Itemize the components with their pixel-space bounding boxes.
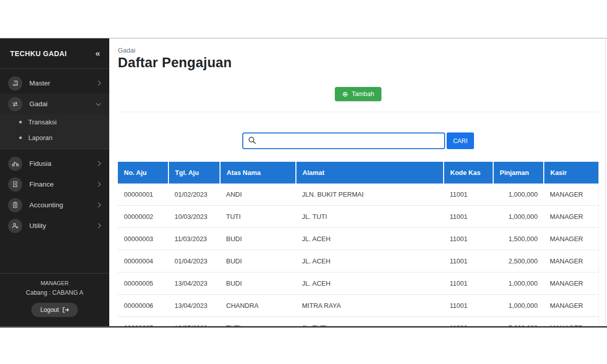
cell-atas-nama: BUDI xyxy=(220,272,296,295)
bullet-icon xyxy=(19,121,22,123)
page-title: Daftar Pengajuan xyxy=(118,55,598,71)
plus-circle-icon: ⊕ xyxy=(342,90,348,98)
bullet-icon xyxy=(19,136,22,139)
cell-alamat: JL. ACEH xyxy=(296,250,444,272)
column-header[interactable]: Alamat xyxy=(296,162,444,184)
sidebar: TECHKU GADAI « Master xyxy=(0,38,109,326)
cell-no-aju: 00000007 xyxy=(118,317,168,327)
search-icon xyxy=(248,136,256,147)
logout-icon xyxy=(62,307,69,313)
cell-kasir: MANAGER xyxy=(544,228,598,250)
cell-atas-nama: TUTI xyxy=(220,206,296,228)
column-header[interactable]: Kasir xyxy=(544,162,598,184)
sidebar-footer: MANAGER Cabang : CABANG A Logout xyxy=(0,273,109,326)
cell-pinjaman: 7,000,000 xyxy=(493,317,544,327)
sidebar-menu: Master Gadai T xyxy=(0,69,109,236)
chevron-right-icon xyxy=(96,223,101,229)
chevron-right-icon xyxy=(96,81,101,86)
cell-pinjaman: 1,000,000 xyxy=(493,272,544,295)
tambah-button[interactable]: ⊕ Tambah xyxy=(335,87,381,101)
logout-button[interactable]: Logout xyxy=(31,303,78,317)
search-box xyxy=(242,132,445,149)
app-title: TECHKU GADAI xyxy=(10,50,67,58)
cell-no-aju: 00000001 xyxy=(118,184,168,206)
cell-tgl-aju: 11/03/2023 xyxy=(168,228,220,250)
cell-kode-kas: 11001 xyxy=(444,272,493,295)
app-window: TECHKU GADAI « Master xyxy=(0,38,607,328)
sidebar-item-label: Utility xyxy=(29,222,97,230)
sidebar-item-label: Fidusia xyxy=(29,160,97,167)
cell-alamat: JL. TUTI xyxy=(296,206,444,228)
sidebar-header: TECHKU GADAI « xyxy=(0,38,109,69)
cell-kode-kas: 11001 xyxy=(444,228,493,250)
pengajuan-table: No. Aju Tgl. Aju Atas Nama Alamat Kode K… xyxy=(118,162,598,326)
table-row[interactable]: 00000005 13/04/2023 BUDI JL. ACEH 11001 … xyxy=(118,272,598,295)
cell-alamat: JLN. BUKIT PERMAI xyxy=(296,184,444,206)
cell-alamat: JL. ACEH xyxy=(296,228,444,250)
cell-tgl-aju: 10/03/2023 xyxy=(168,206,220,228)
table-row[interactable]: 00000003 11/03/2023 BUDI JL. ACEH 11001 … xyxy=(118,228,598,250)
cell-pinjaman: 1,000,000 xyxy=(493,295,544,317)
cell-alamat: JL. ACEH xyxy=(296,272,444,295)
cell-tgl-aju: 13/04/2023 xyxy=(168,295,220,317)
sidebar-item-fidusia[interactable]: Fidusia xyxy=(0,153,109,174)
svg-text:$: $ xyxy=(14,183,16,186)
gadai-submenu: Transaksi Laporan xyxy=(0,114,109,146)
cari-button[interactable]: CARI xyxy=(447,132,474,149)
cell-pinjaman: 2,500,000 xyxy=(493,250,544,272)
sidebar-item-label: Finance xyxy=(29,180,97,188)
cell-kasir: MANAGER xyxy=(544,250,598,272)
submenu-item-label: Laporan xyxy=(28,134,53,142)
chevron-down-icon xyxy=(96,101,101,106)
sidebar-item-accounting[interactable]: Accounting xyxy=(0,195,109,215)
cell-kasir: MANAGER xyxy=(544,295,598,317)
branch-label: Cabang : CABANG A xyxy=(5,289,104,296)
cell-pinjaman: 1,500,000 xyxy=(493,228,544,250)
chevron-right-icon xyxy=(96,161,101,166)
column-header[interactable]: Pinjaman xyxy=(493,162,544,184)
cell-atas-nama: BUDI xyxy=(220,228,296,250)
table-row[interactable]: 00000004 01/04/2023 BUDI JL. ACEH 11001 … xyxy=(118,250,598,272)
cell-alamat: MITRA RAYA xyxy=(296,295,444,317)
table-header-row: No. Aju Tgl. Aju Atas Nama Alamat Kode K… xyxy=(118,162,598,184)
cell-no-aju: 00000006 xyxy=(118,295,168,317)
sidebar-item-master[interactable]: Master xyxy=(0,73,109,94)
sidebar-item-transaksi[interactable]: Transaksi xyxy=(0,114,109,130)
column-header[interactable]: No. Aju xyxy=(118,162,168,184)
column-header[interactable]: Tgl. Aju xyxy=(168,162,220,184)
column-header[interactable]: Kode Kas xyxy=(444,162,493,184)
table-row[interactable]: 00000007 18/05/2023 TUTI JL. TUTI 11003 … xyxy=(118,317,598,327)
sidebar-item-finance[interactable]: $ Finance xyxy=(0,174,109,195)
user-gear-icon xyxy=(8,219,22,233)
sidebar-group-gadai: Gadai Transaksi Laporan xyxy=(0,94,109,149)
section-divider xyxy=(118,112,598,112)
table-row[interactable]: 00000002 10/03/2023 TUTI JL. TUTI 11001 … xyxy=(118,206,598,228)
tambah-label: Tambah xyxy=(352,90,374,98)
search-bar: CARI xyxy=(118,132,598,149)
clipboard-icon xyxy=(8,198,22,212)
sidebar-item-utility[interactable]: Utility xyxy=(0,215,109,236)
cell-kasir: MANAGER xyxy=(544,206,598,228)
cell-kode-kas: 11001 xyxy=(444,184,493,206)
cell-kode-kas: 11001 xyxy=(444,250,493,272)
sidebar-item-label: Gadai xyxy=(29,100,97,108)
table-row[interactable]: 00000006 13/04/2023 CHANDRA MITRA RAYA 1… xyxy=(118,295,598,317)
toolbar: ⊕ Tambah xyxy=(118,87,598,101)
cell-no-aju: 00000002 xyxy=(118,206,168,228)
logout-label: Logout xyxy=(40,306,59,313)
cell-kode-kas: 11003 xyxy=(444,317,493,327)
cell-alamat: JL. TUTI xyxy=(296,317,444,327)
cell-tgl-aju: 13/04/2023 xyxy=(168,272,220,295)
table-row[interactable]: 00000001 01/02/2023 ANDI JLN. BUKIT PERM… xyxy=(118,184,598,206)
search-input[interactable] xyxy=(242,132,445,149)
chevron-right-icon xyxy=(96,203,101,208)
sidebar-collapse-icon[interactable]: « xyxy=(96,49,100,59)
cell-no-aju: 00000004 xyxy=(118,250,168,272)
cell-atas-nama: BUDI xyxy=(220,250,296,272)
cell-no-aju: 00000005 xyxy=(118,272,168,295)
column-header[interactable]: Atas Nama xyxy=(220,162,296,184)
sidebar-item-laporan[interactable]: Laporan xyxy=(0,130,109,146)
scrollbar-track[interactable] xyxy=(605,39,605,325)
main-content: Gadai Daftar Pengajuan ⊕ Tambah CARI xyxy=(109,38,607,326)
sidebar-item-gadai[interactable]: Gadai xyxy=(0,94,109,114)
